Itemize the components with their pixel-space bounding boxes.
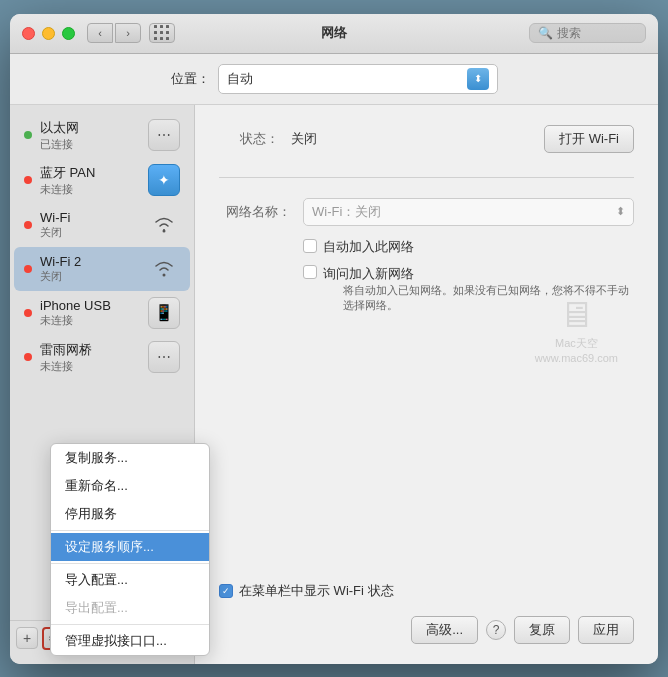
ask-join-label: 询问加入新网络 — [323, 266, 414, 281]
status-label: 状态： — [219, 130, 279, 148]
advanced-button[interactable]: 高级... — [411, 616, 478, 644]
dropdown-item-disable[interactable]: 停用服务 — [51, 500, 209, 528]
sidebar-item-text-iphone-usb: iPhone USB 未连接 — [40, 298, 140, 328]
sidebar-item-ethernet[interactable]: 以太网 已连接 ⋯ — [14, 113, 190, 158]
sidebar-item-status-ethernet: 已连接 — [40, 137, 140, 152]
dropdown-item-order[interactable]: 设定服务顺序... — [51, 533, 209, 561]
network-name-row: 网络名称： Wi-Fi：关闭 ⬍ — [219, 198, 634, 226]
menubar-wifi-label: 在菜单栏中显示 Wi-Fi 状态 — [239, 582, 394, 600]
window: ‹ › 网络 🔍 位置： 自动 ⬍ — [10, 14, 658, 664]
help-button[interactable]: ? — [486, 620, 506, 640]
svg-point-0 — [163, 229, 166, 232]
location-bar: 位置： 自动 ⬍ — [10, 54, 658, 105]
traffic-lights — [22, 27, 75, 40]
status-dot-ethernet — [24, 131, 32, 139]
status-dot-iphone-usb — [24, 309, 32, 317]
sidebar-item-name-thunderbolt: 雷雨网桥 — [40, 341, 140, 359]
sidebar-item-text-bluetooth: 蓝牙 PAN 未连接 — [40, 164, 140, 197]
dropdown-item-export: 导出配置... — [51, 594, 209, 622]
status-dot-thunderbolt — [24, 353, 32, 361]
sidebar-item-name-bluetooth: 蓝牙 PAN — [40, 164, 140, 182]
sidebar-item-text-thunderbolt: 雷雨网桥 未连接 — [40, 341, 140, 374]
dropdown-item-copy[interactable]: 复制服务... — [51, 444, 209, 472]
close-button[interactable] — [22, 27, 35, 40]
bottom-buttons: 高级... ? 复原 应用 — [219, 616, 634, 644]
sidebar-item-iphone-usb[interactable]: iPhone USB 未连接 📱 — [14, 291, 190, 335]
search-box[interactable]: 🔍 — [529, 23, 646, 43]
dropdown-item-virtual[interactable]: 管理虚拟接口口... — [51, 627, 209, 655]
search-input[interactable] — [557, 26, 637, 40]
right-panel: 状态： 关闭 打开 Wi-Fi 网络名称： Wi-Fi：关闭 ⬍ 自动加入此网络 — [195, 105, 658, 664]
minimize-button[interactable] — [42, 27, 55, 40]
maximize-button[interactable] — [62, 27, 75, 40]
sidebar-item-status-thunderbolt: 未连接 — [40, 359, 140, 374]
sidebar-item-thunderbolt[interactable]: 雷雨网桥 未连接 ⋯ — [14, 335, 190, 380]
dropdown-divider3 — [51, 624, 209, 625]
sidebar-item-name-iphone-usb: iPhone USB — [40, 298, 140, 313]
location-select[interactable]: 自动 ⬍ — [218, 64, 498, 94]
dropdown-divider1 — [51, 530, 209, 531]
sidebar-item-bluetooth[interactable]: 蓝牙 PAN 未连接 ✦ — [14, 158, 190, 203]
sidebar-item-name-wifi2: Wi-Fi 2 — [40, 254, 140, 269]
sidebar-item-name-wifi: Wi-Fi — [40, 210, 140, 225]
network-name-label: 网络名称： — [219, 203, 291, 221]
search-icon: 🔍 — [538, 26, 553, 40]
svg-point-1 — [163, 273, 166, 276]
sidebar-item-text-ethernet: 以太网 已连接 — [40, 119, 140, 152]
wifi2-icon — [148, 253, 180, 285]
auto-join-checkbox[interactable] — [303, 239, 317, 253]
sidebar-item-status-wifi: 关闭 — [40, 225, 140, 240]
restore-button[interactable]: 复原 — [514, 616, 570, 644]
sidebar-item-name-ethernet: 以太网 — [40, 119, 140, 137]
status-dot-wifi2 — [24, 265, 32, 273]
apply-button[interactable]: 应用 — [578, 616, 634, 644]
watermark-icon: 🖥 — [535, 294, 618, 336]
gear-dropdown-menu: 复制服务... 重新命名... 停用服务 设定服务顺序... 导入配置... 导… — [50, 443, 210, 656]
forward-button[interactable]: › — [115, 23, 141, 43]
network-name-select[interactable]: Wi-Fi：关闭 ⬍ — [303, 198, 634, 226]
iphone-icon: 📱 — [148, 297, 180, 329]
status-value: 关闭 — [291, 130, 544, 148]
add-service-button[interactable]: + — [16, 627, 38, 649]
auto-join-row: 自动加入此网络 — [303, 238, 634, 256]
location-arrow-icon: ⬍ — [467, 68, 489, 90]
ethernet-icon: ⋯ — [148, 119, 180, 151]
window-title: 网络 — [321, 24, 347, 42]
sidebar-item-status-wifi2: 关闭 — [40, 269, 140, 284]
sidebar-item-text-wifi2: Wi-Fi 2 关闭 — [40, 254, 140, 284]
sidebar-item-status-iphone-usb: 未连接 — [40, 313, 140, 328]
dropdown-divider2 — [51, 563, 209, 564]
location-value: 自动 — [227, 70, 463, 88]
menubar-wifi-row: ✓ 在菜单栏中显示 Wi-Fi 状态 — [219, 582, 634, 600]
location-label: 位置： — [171, 70, 210, 88]
status-dot-wifi — [24, 221, 32, 229]
wifi-icon — [148, 209, 180, 241]
titlebar: ‹ › 网络 🔍 — [10, 14, 658, 54]
divider1 — [219, 177, 634, 178]
thunderbolt-icon: ⋯ — [148, 341, 180, 373]
dropdown-item-import[interactable]: 导入配置... — [51, 566, 209, 594]
menubar-wifi-checkbox[interactable]: ✓ — [219, 584, 233, 598]
sidebar-item-wifi2[interactable]: Wi-Fi 2 关闭 — [14, 247, 190, 291]
network-name-placeholder: Wi-Fi：关闭 — [312, 203, 616, 221]
watermark-text: Mac天空www.mac69.com — [535, 336, 618, 367]
auto-join-label: 自动加入此网络 — [323, 238, 414, 256]
status-dot-bluetooth — [24, 176, 32, 184]
sidebar-item-text-wifi: Wi-Fi 关闭 — [40, 210, 140, 240]
sidebar-item-status-bluetooth: 未连接 — [40, 182, 140, 197]
status-row: 状态： 关闭 打开 Wi-Fi — [219, 125, 634, 153]
network-name-arrow-icon: ⬍ — [616, 205, 625, 218]
back-button[interactable]: ‹ — [87, 23, 113, 43]
sidebar-item-wifi[interactable]: Wi-Fi 关闭 — [14, 203, 190, 247]
nav-buttons: ‹ › — [87, 23, 141, 43]
apps-button[interactable] — [149, 23, 175, 43]
ask-join-checkbox[interactable] — [303, 265, 317, 279]
open-wifi-button[interactable]: 打开 Wi-Fi — [544, 125, 634, 153]
bluetooth-icon: ✦ — [148, 164, 180, 196]
watermark: 🖥 Mac天空www.mac69.com — [535, 294, 618, 367]
dropdown-item-rename[interactable]: 重新命名... — [51, 472, 209, 500]
